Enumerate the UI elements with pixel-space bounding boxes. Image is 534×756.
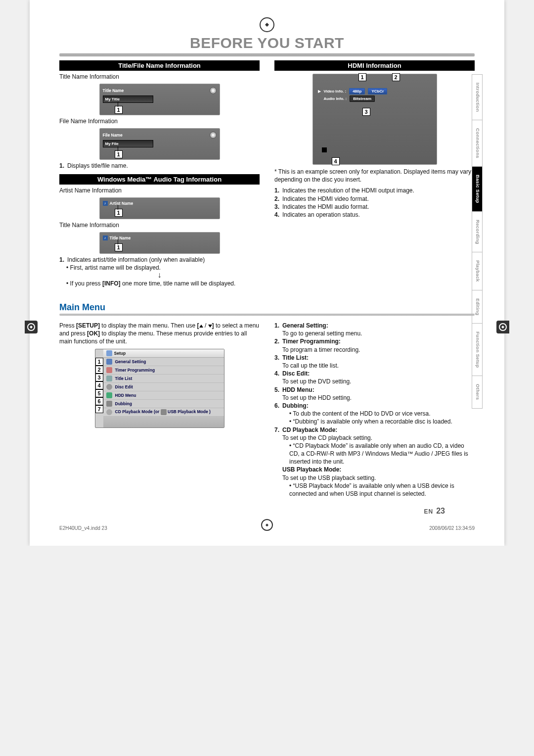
hdmi-video-res: 480p bbox=[349, 88, 365, 94]
tab-basic-setup: Basic Setup bbox=[472, 167, 483, 212]
screenshot-title-name-2: ♪Title Name 1 bbox=[99, 232, 220, 254]
tab-connections: Connections bbox=[472, 120, 483, 167]
hdmi-audio-label: Audio Info. : bbox=[324, 96, 347, 101]
gl-dub-t: Dubbing: bbox=[282, 402, 309, 409]
setup-title: Setup bbox=[114, 351, 126, 356]
music-note-icon: ♪ bbox=[103, 236, 108, 240]
gl-5-t: HDD Menu: bbox=[282, 386, 314, 393]
gl-4-t: Disc Edit: bbox=[282, 370, 310, 377]
title-rule bbox=[59, 53, 475, 56]
explain-1: Displays title/file name. bbox=[67, 162, 128, 170]
key-setup: [SETUP] bbox=[76, 322, 100, 329]
gl-3-t: Title List: bbox=[282, 354, 309, 361]
hdmi-video-label: Video Info. : bbox=[324, 89, 347, 94]
key-ok: [OK] bbox=[87, 330, 100, 337]
tab-playback: Playback bbox=[472, 252, 483, 290]
gl-usb-b: “USB Playback Mode” is available only wh… bbox=[289, 482, 475, 498]
text-frag: one more time, title name will be displa… bbox=[121, 280, 236, 287]
page-title: BEFORE YOU START bbox=[59, 35, 475, 51]
shot-value-file: My File bbox=[103, 140, 153, 147]
setup-item-6: Dubbing bbox=[115, 401, 132, 406]
manual-page: Introduction Connections Basic Setup Rec… bbox=[30, 0, 504, 546]
tab-others: Others bbox=[472, 376, 483, 408]
gl-usb-d: To set up the USB playback setting. bbox=[282, 474, 376, 481]
gl-dub-b2: “Dubbing” is available only when a recor… bbox=[289, 418, 452, 425]
callout-3: 3 bbox=[362, 108, 370, 116]
registration-mark-bottom bbox=[261, 519, 273, 531]
usb-icon bbox=[161, 409, 167, 415]
shot-header-title: Title Name bbox=[103, 88, 124, 93]
gl-5-d: To set up the HDD setting. bbox=[282, 394, 352, 401]
callout-1: 1 bbox=[115, 150, 123, 158]
dubbing-icon bbox=[106, 401, 112, 407]
setup-item-7: CD Playback Mode (or USB Playback Mode ) bbox=[115, 409, 211, 415]
mm-left: Press [SETUP] to display the main menu. … bbox=[59, 320, 260, 502]
screenshot-file-name: File Name My File 1 bbox=[99, 128, 220, 160]
callout-1: 1 bbox=[115, 209, 123, 217]
key-info: [INFO] bbox=[102, 280, 121, 287]
text-frag: CD Playback Mode bbox=[115, 409, 153, 414]
setup-item-5: HDD Menu bbox=[115, 393, 136, 398]
play-icon: ▶ bbox=[318, 89, 321, 94]
section-bar-hdmi: HDMI Information bbox=[274, 60, 475, 71]
section-bar-title-file: Title/File Name Information bbox=[59, 60, 260, 71]
side-tab-strip: Introduction Connections Basic Setup Rec… bbox=[472, 74, 483, 409]
callout-4: 4 bbox=[332, 157, 340, 165]
hdmi-video-fmt: YCbCr bbox=[368, 88, 387, 94]
lang-code: EN bbox=[424, 508, 434, 515]
tab-recording: Recording bbox=[472, 212, 483, 253]
shot-header-artist: Artist Name bbox=[110, 201, 134, 206]
callout-2: 2 bbox=[392, 73, 400, 81]
two-column-layout: Title/File Name Information Title Name I… bbox=[59, 60, 475, 291]
gl-4-d: To set up the DVD setting. bbox=[282, 378, 351, 385]
callout-1: 1 bbox=[115, 243, 123, 251]
setup-item-1: General Setting bbox=[115, 359, 146, 364]
stop-status-icon bbox=[322, 147, 327, 152]
hdmi-exp-1: Indicates the resolution of the HDMI out… bbox=[282, 187, 414, 194]
content-area: BEFORE YOU START Title/File Name Informa… bbox=[59, 35, 475, 516]
disc-icon bbox=[106, 384, 112, 390]
registration-mark-top bbox=[260, 17, 274, 32]
cd-icon bbox=[106, 409, 112, 415]
hdd-icon bbox=[106, 392, 112, 398]
gear-icon bbox=[106, 359, 112, 365]
disc-icon bbox=[210, 132, 217, 139]
right-column: HDMI Information 1 2 ▶ Video Info. : 480… bbox=[274, 60, 475, 291]
gl-2-d: To program a timer recording. bbox=[282, 346, 360, 353]
label-title-info: Title Name Information bbox=[59, 73, 260, 81]
registration-mark-left bbox=[25, 321, 38, 333]
page-footer-number: EN23 bbox=[59, 507, 445, 516]
hdmi-explanations: 1.Indicates the resolution of the HDMI o… bbox=[274, 187, 475, 219]
setup-item-4: Disc Edit bbox=[115, 384, 133, 389]
timer-icon bbox=[106, 367, 112, 373]
wma-explanation: 1.Indicates artist/title information (on… bbox=[59, 256, 260, 287]
text-frag: USB Playback Mode bbox=[168, 409, 208, 414]
text-frag: (or bbox=[153, 409, 161, 414]
print-timestamp: 2008/06/02 13:34:59 bbox=[429, 525, 475, 531]
text-frag: to display the main menu. Then use bbox=[100, 322, 197, 329]
music-note-icon: ♪ bbox=[103, 201, 108, 206]
hdmi-note-text: This is an example screen only for expla… bbox=[274, 168, 471, 183]
section-bar-wma: Windows Media™ Audio Tag Information bbox=[59, 174, 260, 185]
tab-editing: Editing bbox=[472, 290, 483, 324]
setup-item-2: Timer Programming bbox=[115, 368, 155, 373]
setup-callout-col: 1234567 bbox=[95, 349, 103, 427]
screenshot-artist-name: ♪Artist Name 1 bbox=[99, 197, 220, 219]
registration-mark-right bbox=[496, 321, 509, 333]
left-column: Title/File Name Information Title Name I… bbox=[59, 60, 260, 291]
hdmi-exp-3: Indicates the HDMI audio format. bbox=[282, 203, 369, 211]
gl-usb-t: USB Playback Mode: bbox=[282, 466, 341, 473]
disc-icon bbox=[210, 87, 217, 94]
setup-item-3: Title List bbox=[115, 376, 133, 381]
down-arrow-icon bbox=[208, 325, 212, 328]
screenshot-hdmi: 1 2 ▶ Video Info. : 480p YCbCr Audio Inf… bbox=[312, 74, 437, 165]
heading-main-menu: Main Menu bbox=[59, 302, 475, 313]
hdmi-audio-fmt: Bitstream bbox=[350, 95, 375, 102]
gl-1-d: To go to general setting menu. bbox=[282, 330, 362, 337]
shot-header-title2: Title Name bbox=[110, 236, 131, 240]
page-number: 23 bbox=[436, 507, 445, 515]
text-frag: Press bbox=[59, 322, 76, 329]
label-file-info: File Name Information bbox=[59, 117, 260, 125]
gl-cd-t: CD Playback Mode: bbox=[282, 426, 337, 433]
gl-cd-d: To set up the CD playback setting. bbox=[282, 434, 372, 441]
